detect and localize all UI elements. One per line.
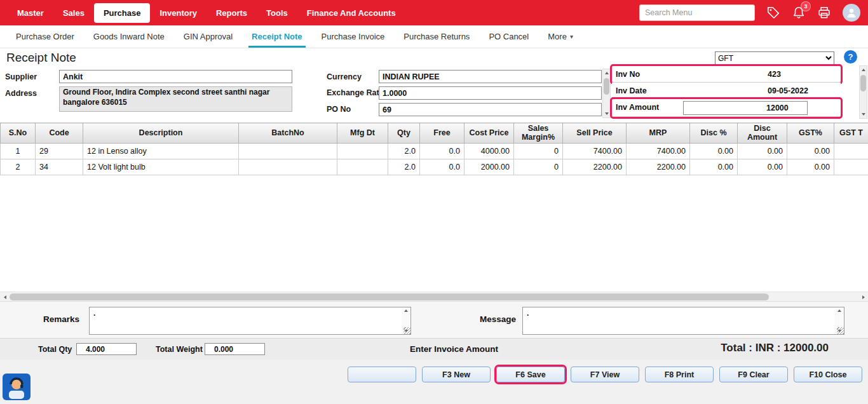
grid-cell[interactable]: 12 Volt light bulb <box>83 159 239 175</box>
scroll-up-arrow-icon[interactable] <box>860 66 867 74</box>
menu-master[interactable]: Master <box>8 3 53 23</box>
grid-cell[interactable]: 34 <box>36 159 83 175</box>
message-input[interactable]: . <box>523 307 844 334</box>
grid-cell[interactable]: 0.0 <box>420 159 465 175</box>
app-window: Master Sales Purchase Inventory Reports … <box>0 0 868 404</box>
grid-cell[interactable] <box>337 159 388 175</box>
exchange-rate-input[interactable] <box>379 86 602 100</box>
scroll-right-arrow-icon[interactable] <box>858 292 868 302</box>
grid-cell[interactable]: 2000.00 <box>465 159 514 175</box>
supplier-label: Supplier <box>5 72 37 81</box>
grid-cell[interactable] <box>239 159 337 175</box>
supplier-input[interactable] <box>59 70 292 83</box>
grid-cell[interactable] <box>834 143 868 159</box>
grid-cell[interactable]: 0.00 <box>690 143 738 159</box>
menu-inventory[interactable]: Inventory <box>150 3 207 23</box>
tab-purchase-invoice[interactable]: Purchase Invoice <box>312 25 395 48</box>
inv-amount-input[interactable] <box>683 101 808 115</box>
grid-cell[interactable] <box>239 143 337 159</box>
grid-cell[interactable] <box>834 159 868 175</box>
horizontal-scrollbar[interactable] <box>0 292 868 301</box>
scrollbar-thumb[interactable] <box>10 293 769 300</box>
grid-cell[interactable]: 0.00 <box>738 143 787 159</box>
total-weight-input[interactable] <box>205 343 265 355</box>
blank-button[interactable] <box>348 367 416 382</box>
scrollbar-thumb[interactable] <box>604 78 609 95</box>
total-weight-label: Total Weight <box>156 345 203 354</box>
resize-grip[interactable] <box>403 327 410 334</box>
remarks-input[interactable]: . <box>90 307 410 334</box>
f8-print-button[interactable]: F8 Print <box>645 367 714 382</box>
grid-header-cell: Cost Price <box>465 123 514 144</box>
tab-gin-approval[interactable]: GIN Approval <box>174 25 242 48</box>
menu-reports[interactable]: Reports <box>207 3 257 23</box>
branch-select[interactable]: GFT <box>715 51 834 65</box>
po-no-input[interactable] <box>379 103 602 116</box>
notifications-bell-icon[interactable]: 3 <box>792 6 806 20</box>
f10-close-button[interactable]: F10 Close <box>794 367 862 382</box>
support-agent-image <box>3 374 31 400</box>
grid-cell[interactable]: 12 in Lenso alloy <box>83 143 239 159</box>
f3-new-button[interactable]: F3 New <box>422 367 491 382</box>
tab-purchase-returns[interactable]: Purchase Returns <box>394 25 479 48</box>
grid-cell[interactable]: 0.00 <box>738 159 787 175</box>
grid-cell[interactable]: 0 <box>514 159 563 175</box>
receipt-note-form: Receipt Note GFT ? Supplier Address Grou… <box>0 48 868 292</box>
scroll-up-arrow-icon[interactable] <box>603 69 610 77</box>
grid-cell[interactable] <box>337 143 388 159</box>
panel-vertical-scrollbar[interactable] <box>859 65 867 119</box>
tab-goods-inward-note[interactable]: Goods Inward Note <box>84 25 174 48</box>
grid-header-row: S.No Code Description BatchNo Mfg Dt Qty… <box>1 123 868 144</box>
grid-cell[interactable]: 2200.00 <box>627 159 690 175</box>
po-no-label: PO No <box>327 105 351 114</box>
menu-tools[interactable]: Tools <box>257 3 297 23</box>
total-qty-input[interactable] <box>76 343 137 355</box>
menu-finance-and-accounts[interactable]: Finance And Accounts <box>297 3 405 23</box>
grid-cell[interactable]: 7400.00 <box>563 143 627 159</box>
scroll-left-arrow-icon[interactable] <box>0 292 10 302</box>
grid-cell[interactable]: 0.00 <box>787 143 834 159</box>
grid-header-cell: Code <box>36 123 83 144</box>
grid-cell[interactable]: 4000.00 <box>465 143 514 159</box>
user-avatar[interactable] <box>843 4 860 22</box>
search-menu-input[interactable] <box>639 4 755 21</box>
currency-input[interactable] <box>379 70 602 83</box>
f9-clear-button[interactable]: F9 Clear <box>719 367 788 382</box>
grid-header-cell: GST% <box>787 123 834 144</box>
grid-cell[interactable]: 0 <box>514 143 563 159</box>
address-field[interactable]: Ground Floor, Indira Complex second stre… <box>59 86 292 112</box>
tab-more[interactable]: More ▾ <box>538 25 583 48</box>
tab-po-cancel[interactable]: PO Cancel <box>479 25 538 48</box>
grid-cell[interactable]: 29 <box>36 143 83 159</box>
grid-cell[interactable]: 2.0 <box>388 143 420 159</box>
tab-purchase-order[interactable]: Purchase Order <box>6 25 84 48</box>
tab-label: PO Cancel <box>489 32 529 41</box>
f6-save-button[interactable]: F6 Save <box>496 367 565 382</box>
exchange-rate-label: Exchange Rate <box>327 88 384 97</box>
grid-cell[interactable]: 0.00 <box>690 159 738 175</box>
grid-cell[interactable]: 2 <box>1 159 36 175</box>
form-vertical-scrollbar[interactable] <box>602 69 611 118</box>
tag-icon[interactable] <box>766 6 780 20</box>
grid-cell[interactable]: 1 <box>1 143 36 159</box>
print-icon[interactable] <box>817 6 831 20</box>
table-row: 2 34 12 Volt light bulb 2.0 0.0 2000.00 … <box>1 159 868 175</box>
grid-header-cell: Sales Margin% <box>514 123 563 144</box>
purchase-tab-bar: Purchase Order Goods Inward Note GIN App… <box>0 25 868 48</box>
menu-purchase[interactable]: Purchase <box>94 3 151 23</box>
action-buttons: F3 New F6 Save F7 View F8 Print F9 Clear… <box>348 367 862 382</box>
scrollbar-thumb[interactable] <box>860 75 866 91</box>
scroll-down-arrow-icon[interactable] <box>860 111 867 118</box>
grid-cell[interactable]: 2.0 <box>388 159 420 175</box>
help-icon[interactable]: ? <box>844 50 857 64</box>
grid-cell[interactable]: 2200.00 <box>563 159 627 175</box>
scroll-down-arrow-icon[interactable] <box>603 110 610 118</box>
tab-receipt-note[interactable]: Receipt Note <box>242 25 311 48</box>
tab-label: Purchase Order <box>16 32 74 41</box>
grid-cell[interactable]: 0.0 <box>420 143 465 159</box>
menu-sales[interactable]: Sales <box>53 3 94 23</box>
f7-view-button[interactable]: F7 View <box>571 367 639 382</box>
grid-cell[interactable]: 7400.00 <box>627 143 690 159</box>
resize-grip[interactable] <box>837 327 844 334</box>
grid-cell[interactable]: 0.00 <box>787 159 834 175</box>
